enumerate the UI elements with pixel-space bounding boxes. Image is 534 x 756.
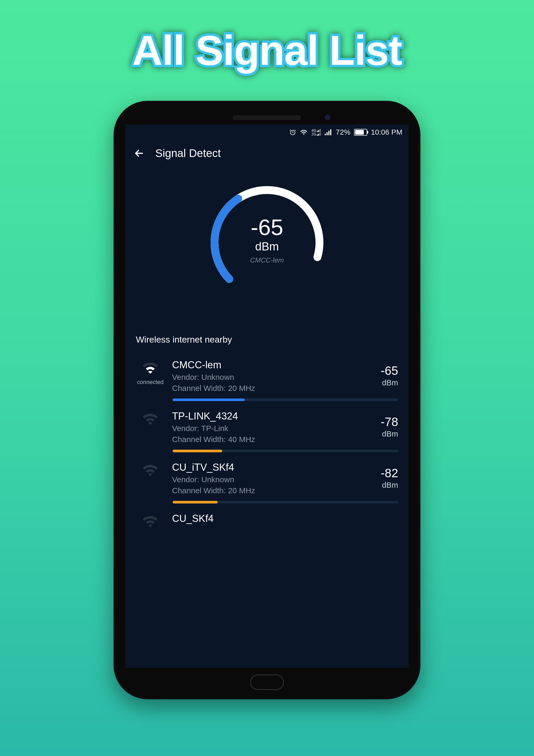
signal-bar [173, 450, 398, 452]
gauge-unit: dBm [250, 240, 284, 253]
svg-rect-10 [326, 132, 328, 135]
signal-gauge: -65 dBm CMCC-lem [201, 177, 333, 308]
network-vendor: Vendor: Unknown [172, 475, 373, 484]
section-header-nearby: Wireless internet nearby [125, 329, 409, 353]
network-name: CMCC-lem [172, 359, 373, 371]
signal-bar [173, 398, 398, 401]
home-button[interactable] [250, 674, 284, 690]
svg-rect-6 [318, 134, 319, 136]
app-bar: Signal Detect [125, 140, 409, 166]
svg-rect-11 [328, 131, 329, 135]
screen: 4G 2G 72% 10:06 PM Signal Detect [125, 124, 409, 668]
network-item[interactable]: CU_SKf4 [125, 507, 409, 530]
clock: 10:06 PM [371, 128, 402, 137]
svg-rect-3 [319, 129, 320, 132]
battery-pct: 72% [336, 128, 350, 137]
svg-rect-12 [330, 129, 331, 135]
page-title: Signal Detect [155, 147, 221, 160]
wifi-icon [141, 362, 159, 376]
network-channel: Channel Width: 40 MHz [172, 435, 373, 444]
gauge-value: -65 [250, 216, 284, 238]
svg-rect-4 [320, 129, 321, 132]
network-list: connected CMCC-lem Vendor: Unknown Chann… [125, 353, 409, 530]
svg-rect-2 [318, 130, 319, 132]
phone-frame: 4G 2G 72% 10:06 PM Signal Detect [114, 101, 420, 699]
connected-label: connected [137, 379, 164, 386]
wifi-icon [141, 413, 159, 427]
svg-rect-7 [319, 133, 320, 136]
network-item[interactable]: connected CMCC-lem Vendor: Unknown Chann… [125, 353, 409, 393]
network-channel: Channel Width: 20 MHz [172, 486, 373, 495]
network-item[interactable]: CU_iTV_SKf4 Vendor: Unknown Channel Widt… [125, 455, 409, 495]
battery-icon [354, 129, 367, 136]
svg-rect-1 [317, 131, 318, 132]
network-name: TP-LINK_4324 [172, 411, 373, 422]
svg-rect-8 [320, 133, 321, 136]
wifi-icon [141, 515, 159, 530]
gauge-ssid: CMCC-lem [250, 256, 284, 264]
network-signal-unit: dBm [381, 481, 398, 490]
network-signal-unit: dBm [381, 378, 398, 387]
network-name: CU_iTV_SKf4 [172, 462, 373, 473]
network-icon: 4G 2G [311, 129, 321, 136]
network-vendor: Vendor: TP-Link [172, 424, 373, 433]
svg-rect-5 [317, 135, 318, 136]
signal-bars-icon [325, 129, 332, 135]
network-channel: Channel Width: 20 MHz [172, 384, 373, 393]
network-signal-unit: dBm [381, 429, 398, 438]
status-bar: 4G 2G 72% 10:06 PM [125, 124, 409, 140]
network-name: CU_SKf4 [172, 513, 398, 524]
svg-rect-9 [325, 134, 326, 135]
signal-bar [173, 501, 398, 503]
gauge-area: -65 dBm CMCC-lem [125, 166, 409, 329]
back-button[interactable] [133, 148, 145, 159]
network-vendor: Vendor: Unknown [172, 373, 373, 382]
wifi-status-icon [300, 129, 308, 135]
alarm-icon [289, 129, 296, 136]
network-signal-value: -82 [381, 466, 398, 480]
network-signal-value: -65 [381, 364, 398, 378]
wifi-icon [141, 464, 159, 478]
network-item[interactable]: TP-LINK_4324 Vendor: TP-Link Channel Wid… [125, 404, 409, 444]
network-signal-value: -78 [381, 415, 398, 429]
marketing-title: All Signal List [132, 26, 402, 74]
